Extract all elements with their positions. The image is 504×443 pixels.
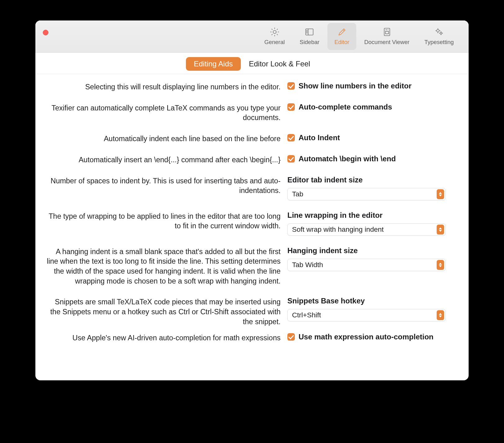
autocomplete-checkbox[interactable]: [287, 103, 295, 111]
svg-rect-10: [385, 31, 389, 34]
subtabs: Editing Aids Editor Look & Feel: [35, 53, 469, 74]
setting-description: Number of spaces to indent by. This is u…: [45, 176, 281, 196]
tab-sidebar[interactable]: Sidebar: [293, 23, 326, 50]
snippets-select[interactable]: Ctrl+Shift: [287, 309, 446, 321]
tab-general[interactable]: General: [258, 23, 292, 50]
line-numbers-checkbox[interactable]: [287, 82, 295, 90]
svg-point-11: [437, 29, 439, 32]
tab-label: Editor: [334, 39, 349, 46]
setting-description: Texifier can automatically complete LaTe…: [45, 103, 281, 123]
subtab-look-and-feel[interactable]: Editor Look & Feel: [241, 57, 318, 71]
select-value: Tab Width: [292, 261, 323, 269]
tab-typesetting[interactable]: Typesetting: [417, 23, 461, 50]
autocomplete-label: Auto-complete commands: [299, 103, 392, 111]
svg-point-5: [307, 33, 308, 33]
svg-point-12: [440, 32, 442, 34]
tab-document-viewer[interactable]: Document Viewer: [358, 23, 416, 50]
chevron-up-down-icon: [437, 225, 444, 235]
automatch-checkbox[interactable]: [287, 155, 295, 163]
wrapping-select[interactable]: Soft wrap with hanging indent: [287, 223, 446, 236]
gears-icon: [434, 27, 444, 37]
setting-description: The type of wrapping to be applied to li…: [45, 211, 281, 231]
tab-indent-field-label: Editor tab indent size: [287, 176, 450, 184]
hanging-select[interactable]: Tab Width: [287, 259, 446, 271]
setting-description: Selecting this will result displaying li…: [45, 82, 281, 92]
setting-description: Automatically insert an \end{...} comman…: [45, 154, 281, 165]
tab-label: General: [264, 39, 285, 46]
window-controls: [43, 30, 48, 35]
titlebar: General Sidebar Editor Document Viewer T…: [35, 20, 469, 53]
gear-icon: [270, 27, 280, 37]
tab-label: Typesetting: [424, 39, 454, 46]
svg-point-0: [273, 30, 276, 34]
toolbar-tabs: General Sidebar Editor Document Viewer T…: [257, 20, 469, 52]
automatch-label: Automatch \begin with \end: [299, 154, 396, 163]
subtab-editing-aids[interactable]: Editing Aids: [186, 57, 241, 71]
chevron-up-down-icon: [437, 310, 444, 320]
document-icon: [382, 27, 392, 37]
settings-content: Selecting this will result displaying li…: [35, 74, 469, 380]
chevron-up-down-icon: [437, 260, 444, 270]
hanging-field-label: Hanging indent size: [287, 246, 450, 255]
setting-description: Snippets are small TeX/LaTeX code pieces…: [45, 297, 281, 327]
svg-line-6: [343, 30, 344, 31]
math-autocomplete-checkbox[interactable]: [287, 333, 295, 341]
preferences-window: General Sidebar Editor Document Viewer T…: [35, 20, 469, 380]
sidebar-icon: [304, 27, 314, 37]
select-value: Soft wrap with hanging indent: [292, 226, 384, 234]
wrapping-field-label: Line wrapping in the editor: [287, 211, 450, 220]
setting-description: Automatically indent each line based on …: [45, 133, 281, 144]
svg-point-3: [307, 30, 308, 31]
tab-label: Document Viewer: [364, 39, 410, 46]
setting-description: Use Apple's new AI-driven auto-completio…: [45, 333, 281, 343]
select-value: Tab: [292, 190, 303, 198]
tab-label: Sidebar: [300, 39, 320, 46]
line-numbers-label: Show line numbers in the editor: [299, 82, 412, 90]
close-window-button[interactable]: [43, 30, 48, 35]
tab-editor[interactable]: Editor: [327, 23, 356, 50]
tab-indent-select[interactable]: Tab: [287, 188, 446, 200]
auto-indent-label: Auto Indent: [299, 133, 340, 142]
auto-indent-checkbox[interactable]: [287, 134, 295, 141]
chevron-up-down-icon: [437, 189, 444, 199]
select-value: Ctrl+Shift: [292, 311, 321, 319]
svg-point-4: [307, 31, 308, 32]
pencil-icon: [337, 27, 347, 37]
snippets-field-label: Snippets Base hotkey: [287, 297, 450, 305]
svg-rect-7: [384, 28, 390, 36]
setting-description: A hanging indent is a small blank space …: [45, 246, 281, 286]
math-autocomplete-label: Use math expression auto-completion: [299, 333, 434, 341]
